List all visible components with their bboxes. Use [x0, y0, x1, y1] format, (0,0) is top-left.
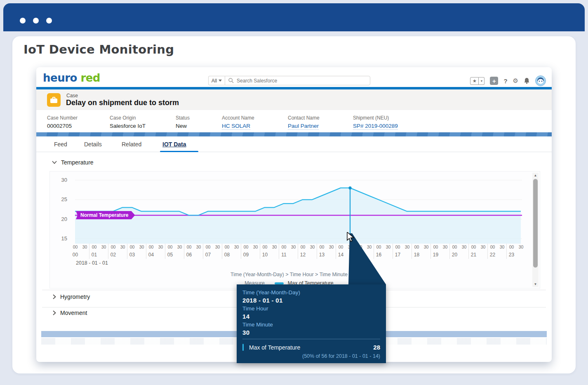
favorites-star-icon[interactable]: ★	[470, 77, 479, 85]
minute-tick-label: 30	[459, 244, 469, 249]
minute-tick-label: 00	[165, 244, 175, 249]
favorites-dropdown-icon[interactable]: ▼	[479, 77, 485, 85]
tooltip-label: Time Minute	[242, 321, 380, 329]
field-label: Contact Name	[288, 115, 320, 121]
active-tab-underline	[160, 151, 198, 152]
app-logo: heuro red	[43, 72, 100, 84]
minute-tick-label: 00	[222, 244, 232, 249]
field-shipment: Shipment (NEU) SP# 2019-000289	[353, 115, 398, 129]
field-label: Case Number	[47, 115, 78, 121]
scrollbar-thumb[interactable]	[533, 179, 538, 268]
search-scope-dropdown[interactable]: All	[208, 76, 225, 85]
hour-tick-label: 06	[184, 252, 194, 258]
minute-tick-label: 00	[146, 244, 156, 249]
chart-svg	[75, 171, 522, 244]
section-label: Temperature	[61, 159, 94, 166]
chevron-down-icon	[219, 80, 222, 82]
hour-tick-label: 08	[222, 252, 232, 258]
page-title: IoT Device Monitoring	[24, 42, 174, 56]
tab-feed[interactable]: Feed	[54, 141, 67, 148]
browser-title-bar	[3, 3, 585, 31]
chart-scrollbar[interactable]: ▲ ▼	[532, 173, 539, 287]
chevron-right-icon	[53, 310, 56, 315]
x-axis-date-label: 2018 - 01 - 01	[76, 260, 108, 266]
global-search[interactable]	[225, 76, 370, 85]
tooltip-measure-row: Max of Temperature 28	[242, 344, 380, 351]
hour-tick-label: 03	[127, 252, 137, 258]
field-value: New	[176, 123, 190, 129]
minute-tick-label: 00	[450, 244, 459, 249]
tab-related[interactable]: Related	[122, 141, 141, 148]
temperature-chart[interactable]: 30252015 Normal Temperature 2018 - 01 - …	[49, 171, 540, 289]
help-icon[interactable]: ?	[503, 77, 507, 85]
tooltip-value: 14	[242, 312, 380, 321]
section-hygrometry[interactable]: Hygrometry	[53, 293, 90, 300]
scroll-down-icon[interactable]: ▼	[532, 282, 539, 286]
field-label: Case Origin	[110, 115, 146, 121]
minute-tick-label: 00	[260, 244, 270, 249]
window-dot-3[interactable]	[46, 18, 52, 23]
field-case-origin: Case Origin Salesforce IoT	[110, 115, 146, 129]
minute-tick-label: 00	[317, 244, 327, 249]
field-value: 00002705	[47, 123, 78, 129]
minute-tick-label: 30	[80, 244, 89, 249]
y-tick-label: 20	[53, 216, 67, 222]
tab-details[interactable]: Details	[84, 141, 102, 148]
section-temperature[interactable]: Temperature	[52, 159, 94, 166]
chart-plot-area[interactable]	[75, 171, 522, 244]
tab-iot-data[interactable]: IOT Data	[162, 141, 186, 148]
tooltip-footnote: (50% of 56 for 2018 - 01 - 01 - 14)	[242, 353, 380, 359]
shipment-link[interactable]: SP# 2019-000289	[353, 123, 398, 130]
chevron-down-icon	[52, 161, 57, 164]
minute-tick-label: 30	[270, 244, 279, 249]
logo-part-blue: heuro	[43, 72, 77, 84]
hour-tick-label: 18	[412, 252, 421, 258]
minute-tick-label: 30	[478, 244, 488, 249]
case-object-icon	[47, 93, 61, 107]
field-label: Status	[176, 115, 190, 121]
minute-tick-label: 00	[279, 244, 289, 249]
field-contact-name: Contact Name Paul Partner	[288, 115, 320, 129]
hour-tick-label: 10	[260, 252, 270, 258]
hour-tick-label: 19	[431, 252, 440, 258]
minute-tick-label: 00	[469, 244, 478, 249]
hour-tick-label: 20	[450, 252, 459, 258]
hour-tick-label: 16	[374, 252, 383, 258]
window-dot-1[interactable]	[20, 18, 26, 23]
tooltip-measure-label: Max of Temperature	[249, 344, 300, 351]
setup-gear-icon[interactable]: ⚙	[513, 77, 518, 85]
minute-tick-label: 30	[308, 244, 317, 249]
minute-tick-label: 30	[440, 244, 450, 249]
tooltip-measure-value: 28	[373, 344, 380, 351]
search-input[interactable]	[237, 78, 352, 84]
scroll-up-icon[interactable]: ▲	[532, 174, 539, 177]
minute-tick-label: 30	[516, 244, 526, 249]
minute-tick-label: 00	[71, 244, 80, 249]
hour-tick-label: 23	[507, 252, 516, 258]
notifications-bell-icon[interactable]	[524, 77, 530, 84]
minute-tick-label: 00	[241, 244, 251, 249]
minute-tick-label: 00	[298, 244, 308, 249]
minute-tick-label: 30	[365, 244, 374, 249]
contact-link[interactable]: Paul Partner	[288, 123, 319, 130]
record-title: Delay on shipment due to storm	[66, 99, 179, 107]
hour-tick-label: 13	[317, 252, 327, 258]
minute-tick-label: 30	[99, 244, 108, 249]
favorites-control: ★ ▼	[470, 77, 485, 85]
account-link[interactable]: HC SOLAR	[222, 123, 250, 130]
section-movement[interactable]: Movement	[53, 310, 87, 316]
minute-tick-label: 30	[402, 244, 412, 249]
user-avatar[interactable]	[535, 75, 546, 86]
minute-tick-label: 00	[203, 244, 213, 249]
global-add-icon[interactable]: +	[490, 77, 498, 85]
window-dot-2[interactable]	[33, 18, 39, 23]
minute-tick-label: 00	[89, 244, 99, 249]
minute-tick-label: 30	[497, 244, 507, 249]
minute-tick-label: 30	[251, 244, 260, 249]
minute-tick-label: 30	[175, 244, 184, 249]
y-tick-label: 30	[53, 177, 67, 183]
record-tabs: Feed Details Related IOT Data	[36, 136, 552, 152]
minute-tick-label: 30	[383, 244, 393, 249]
search-icon	[228, 78, 234, 83]
hour-tick-label: 17	[393, 252, 402, 258]
